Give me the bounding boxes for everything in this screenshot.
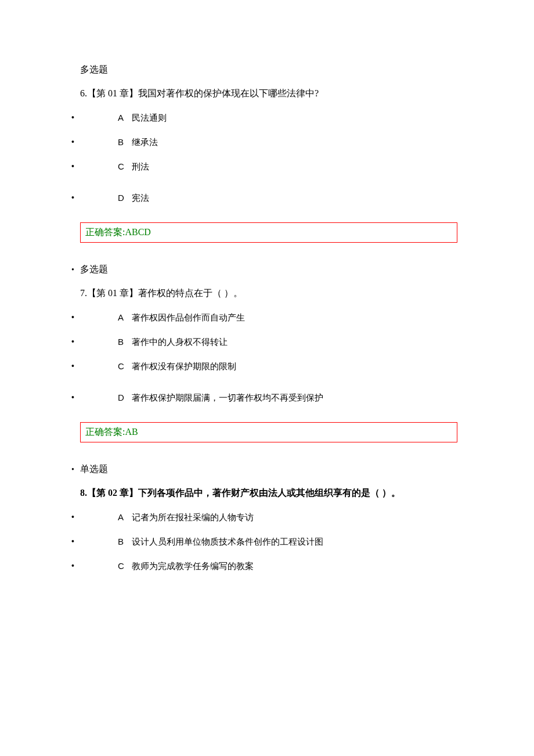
option-text: 著作中的人身权不得转让	[132, 337, 228, 347]
question-text: 6.【第 01 章】我国对著作权的保护体现在以下哪些法律中?	[80, 87, 476, 100]
option-text: 设计人员利用单位物质技术条件创作的工程设计图	[132, 537, 323, 546]
option-list: A 记者为所在报社采编的人物专访 B 设计人员利用单位物质技术条件创作的工程设计…	[71, 510, 476, 573]
question-number: 6.	[80, 88, 87, 98]
option-item: C 著作权没有保护期限的限制	[71, 359, 476, 373]
option-item: C 刑法	[71, 160, 476, 174]
option-text: 刑法	[132, 161, 149, 171]
question-number: 8.	[80, 488, 87, 498]
answer-label: 正确答案:	[85, 427, 125, 437]
question-block: 单选题 8.【第 02 章】下列各项作品中，著作财产权由法人或其他组织享有的是（…	[80, 463, 476, 573]
option-item: C 教师为完成教学任务编写的教案	[71, 559, 476, 573]
option-text: 继承法	[132, 137, 158, 147]
option-text: 民法通则	[132, 113, 167, 123]
question-stem: 我国对著作权的保护体现在以下哪些法律中?	[138, 88, 319, 98]
question-chapter: 【第 01 章】	[87, 88, 138, 98]
option-letter: C	[118, 559, 129, 573]
answer-value: AB	[125, 427, 138, 437]
option-list: A 民法通则 B 继承法 C 刑法 D 宪法	[71, 111, 476, 205]
option-item: A 著作权因作品创作而自动产生	[71, 311, 476, 325]
question-stem: 著作权的特点在于（ ）。	[138, 288, 243, 298]
answer-box: 正确答案:ABCD	[80, 222, 457, 243]
option-letter: D	[118, 391, 129, 405]
option-item: B 设计人员利用单位物质技术条件创作的工程设计图	[71, 535, 476, 549]
option-letter: B	[118, 535, 129, 549]
option-letter: A	[118, 510, 129, 524]
answer-label: 正确答案:	[85, 227, 125, 237]
question-chapter: 【第 01 章】	[87, 288, 138, 298]
option-item: D 宪法	[71, 191, 476, 205]
option-text: 著作权保护期限届满，一切著作权均不再受到保护	[132, 393, 323, 402]
option-item: D 著作权保护期限届满，一切著作权均不再受到保护	[71, 391, 476, 405]
option-letter: A	[118, 311, 129, 325]
question-number: 7.	[80, 288, 87, 298]
question-type: 多选题	[80, 264, 476, 276]
question-block: 多选题 6.【第 01 章】我国对著作权的保护体现在以下哪些法律中? A 民法通…	[80, 64, 476, 243]
question-type: 多选题	[80, 64, 476, 76]
question-type: 单选题	[80, 463, 476, 476]
option-item: B 继承法	[71, 135, 476, 149]
question-stem: 下列各项作品中，著作财产权由法人或其他组织享有的是（ ）。	[138, 488, 400, 498]
option-letter: A	[118, 111, 129, 125]
answer-box: 正确答案:AB	[80, 422, 457, 442]
option-text: 宪法	[132, 193, 149, 203]
option-text: 教师为完成教学任务编写的教案	[132, 561, 254, 571]
option-letter: C	[118, 160, 129, 174]
answer-value: ABCD	[125, 227, 150, 237]
option-text: 著作权没有保护期限的限制	[132, 361, 236, 371]
question-text: 7.【第 01 章】著作权的特点在于（ ）。	[80, 286, 476, 300]
option-letter: B	[118, 335, 129, 349]
question-chapter: 【第 02 章】	[87, 488, 138, 498]
option-letter: B	[118, 135, 129, 149]
option-list: A 著作权因作品创作而自动产生 B 著作中的人身权不得转让 C 著作权没有保护期…	[71, 311, 476, 405]
option-text: 记者为所在报社采编的人物专访	[132, 512, 254, 522]
question-text: 8.【第 02 章】下列各项作品中，著作财产权由法人或其他组织享有的是（ ）。	[80, 486, 476, 500]
option-item: A 记者为所在报社采编的人物专访	[71, 510, 476, 524]
option-text: 著作权因作品创作而自动产生	[132, 312, 245, 322]
option-letter: D	[118, 191, 129, 205]
option-item: B 著作中的人身权不得转让	[71, 335, 476, 349]
option-letter: C	[118, 359, 129, 373]
option-item: A 民法通则	[71, 111, 476, 125]
question-block: 多选题 7.【第 01 章】著作权的特点在于（ ）。 A 著作权因作品创作而自动…	[80, 264, 476, 442]
